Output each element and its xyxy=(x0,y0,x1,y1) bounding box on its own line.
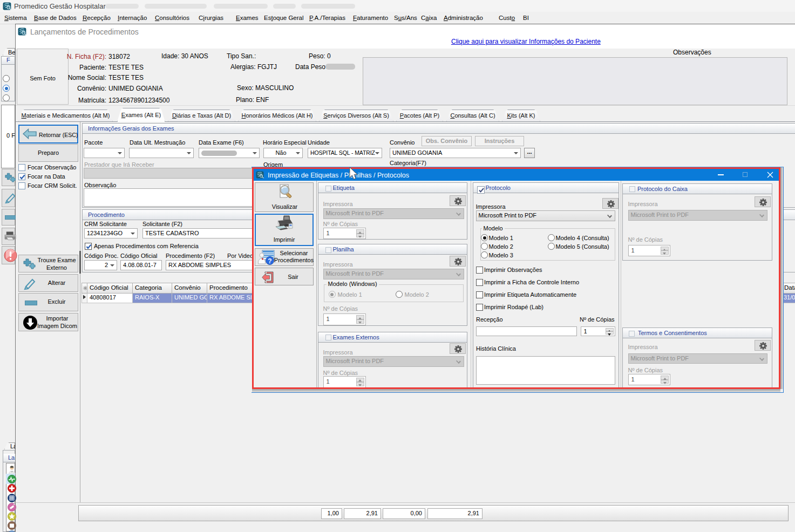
svg-text:?: ? xyxy=(268,257,271,265)
